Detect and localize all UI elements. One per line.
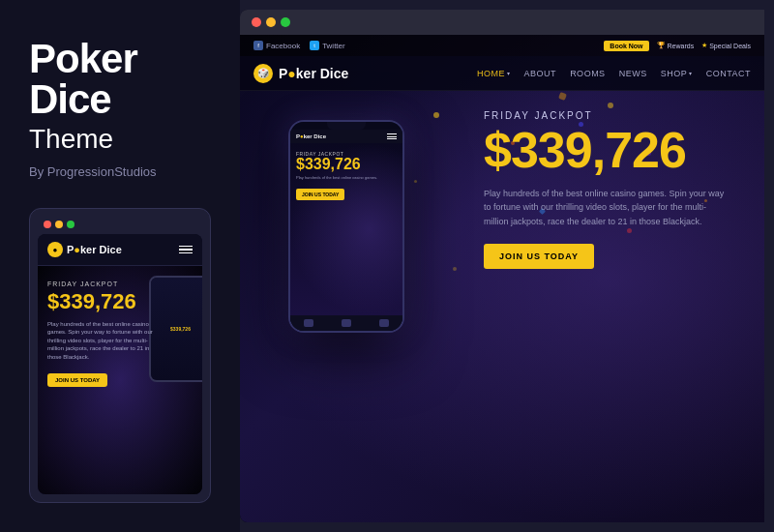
nav-link-about[interactable]: ABOUT xyxy=(524,69,557,78)
star-icon: ★ xyxy=(701,42,707,49)
phone-cta-button[interactable]: JOIN US TODAY xyxy=(296,189,344,200)
right-panel: f Facebook t Twitter Book Now 🏆 Rewards … xyxy=(240,10,764,522)
phone-hero-area: FRIDAY JACKPOT $339,726 Play hundreds of… xyxy=(290,143,402,315)
twitter-label: Twitter xyxy=(322,42,345,50)
special-deals-button[interactable]: ★ Special Deals xyxy=(701,42,751,49)
browser-dot-green[interactable] xyxy=(281,17,290,27)
facebook-icon: f xyxy=(253,41,263,50)
phone-notch xyxy=(327,122,366,130)
book-now-button[interactable]: Book Now xyxy=(604,41,648,51)
shop-chevron-icon: ▾ xyxy=(689,70,693,76)
mobile-logo-text: P●ker Dice xyxy=(67,244,122,255)
topbar-facebook[interactable]: f Facebook xyxy=(253,41,300,50)
mobile-inner: ● P●ker Dice $339,726 xyxy=(38,234,202,494)
nav-link-home[interactable]: HOME ▾ xyxy=(477,69,511,78)
mobile-hero-content: FRIDAY JACKPOT $339,726 Play hundreds of… xyxy=(38,266,202,397)
phone-screen-nav: P●ker Dice xyxy=(290,130,402,143)
twitter-icon: t xyxy=(310,41,319,50)
phone-hero-content: FRIDAY JACKPOT $339,726 Play hundreds of… xyxy=(290,143,402,208)
facebook-label: Facebook xyxy=(266,42,300,50)
mobile-cta-button[interactable]: JOIN US TODAY xyxy=(47,373,107,387)
brand-name-line1: Poker xyxy=(29,39,211,79)
nav-rooms-label: ROOMS xyxy=(570,69,606,78)
dot-red xyxy=(44,221,51,228)
hero-jackpot-label: FRIDAY JACKPOT xyxy=(484,110,726,121)
mobile-description: Play hundreds of the best online casino … xyxy=(47,320,154,361)
hero-content: P●ker Dice FRIDAY JACKPOT $339, xyxy=(240,91,764,522)
phone-outer: P●ker Dice FRIDAY JACKPOT $339, xyxy=(288,120,404,333)
rewards-label: Rewards xyxy=(668,43,695,49)
phone-mockup: P●ker Dice FRIDAY JACKPOT $339, xyxy=(288,120,443,503)
hero-cta-button[interactable]: JOIN US TODAY xyxy=(484,244,594,269)
browser-chrome xyxy=(240,10,764,35)
phone-nav-item xyxy=(342,319,351,327)
nav-link-rooms[interactable]: ROOMS xyxy=(570,69,606,78)
browser-dot-yellow[interactable] xyxy=(266,17,276,27)
phone-hamburger xyxy=(387,133,397,139)
website-preview: f Facebook t Twitter Book Now 🏆 Rewards … xyxy=(240,35,764,522)
phone-description: Play hundreds of the best online casino … xyxy=(296,175,397,180)
mobile-hero: $339,726 FRIDAY JACKPOT $339,726 Play hu… xyxy=(38,266,202,494)
topbar-left: f Facebook t Twitter xyxy=(253,41,345,50)
phone-logo-text: P●ker Dice xyxy=(296,133,326,139)
nav-contact-label: CONTACT xyxy=(706,69,751,78)
nav-logo-icon: 🎲 xyxy=(253,64,273,83)
brand-subtitle: Theme xyxy=(29,124,211,155)
browser-dot-red[interactable] xyxy=(252,17,261,27)
rewards-button[interactable]: 🏆 Rewards xyxy=(657,42,695,49)
home-chevron-icon: ▾ xyxy=(507,70,511,76)
left-panel: Poker Dice Theme By ProgressionStudios ●… xyxy=(0,0,240,532)
phone-screen-content: P●ker Dice FRIDAY JACKPOT $339, xyxy=(290,122,402,331)
brand-byline: By ProgressionStudios xyxy=(29,164,211,179)
browser-dots-right xyxy=(252,17,290,27)
brand-title: Poker Dice Theme By ProgressionStudios xyxy=(29,39,211,179)
browser-dots-left xyxy=(38,217,202,234)
mobile-logo: ● P●ker Dice xyxy=(47,242,122,257)
phone-nav-item xyxy=(379,319,389,327)
topbar-right: Book Now 🏆 Rewards ★ Special Deals xyxy=(604,41,751,51)
mobile-jackpot-label: FRIDAY JACKPOT xyxy=(47,281,193,287)
nav-links: HOME ▾ ABOUT ROOMS NEWS SHOP ▾ CONTACT xyxy=(477,69,751,78)
mobile-nav: ● P●ker Dice xyxy=(38,234,202,266)
site-topbar: f Facebook t Twitter Book Now 🏆 Rewards … xyxy=(240,35,764,56)
brand-name-line2: Dice xyxy=(29,79,211,120)
hero-jackpot-amount: $339,726 xyxy=(484,125,726,175)
phone-nav-item xyxy=(304,319,313,327)
nav-news-label: NEWS xyxy=(619,69,647,78)
phone-bottom-nav xyxy=(290,315,402,331)
mobile-logo-icon: ● xyxy=(47,242,63,257)
nav-logo-text: P●ker Dice xyxy=(279,66,348,81)
nav-link-shop[interactable]: SHOP ▾ xyxy=(661,69,693,78)
special-deals-label: Special Deals xyxy=(709,43,751,49)
nav-home-label: HOME xyxy=(477,69,505,78)
hero-description: Play hundreds of the best online casino … xyxy=(484,187,726,228)
mobile-jackpot-amount: $339,726 xyxy=(47,291,193,312)
nav-link-contact[interactable]: CONTACT xyxy=(706,69,751,78)
hero-text-area: FRIDAY JACKPOT $339,726 Play hundreds of… xyxy=(484,110,726,269)
topbar-twitter[interactable]: t Twitter xyxy=(310,41,345,50)
nav-link-news[interactable]: NEWS xyxy=(619,69,647,78)
nav-shop-label: SHOP xyxy=(661,69,688,78)
dot-yellow xyxy=(55,221,63,228)
dot-green xyxy=(67,221,74,228)
nav-about-label: ABOUT xyxy=(524,69,557,78)
site-nav: 🎲 P●ker Dice HOME ▾ ABOUT ROOMS NEWS xyxy=(240,56,764,91)
phone-jackpot-amount: $339,726 xyxy=(296,157,397,172)
hamburger-icon[interactable] xyxy=(179,246,193,254)
left-mobile-preview: ● P●ker Dice $339,726 xyxy=(29,208,211,503)
nav-logo[interactable]: 🎲 P●ker Dice xyxy=(253,64,348,83)
rewards-icon: 🏆 xyxy=(657,42,666,49)
